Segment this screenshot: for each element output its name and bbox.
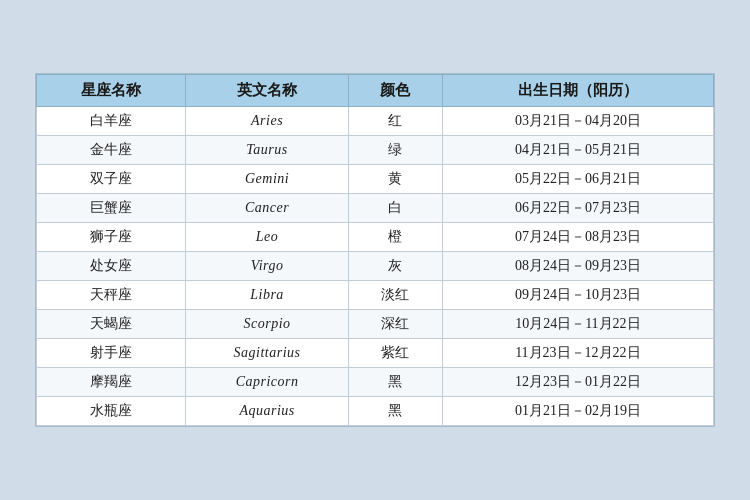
cell-date: 12月23日－01月22日 [442, 368, 713, 397]
zodiac-table: 星座名称 英文名称 颜色 出生日期（阳历） 白羊座Aries红03月21日－04… [36, 74, 714, 426]
cell-color: 黑 [348, 397, 442, 426]
header-english-name: 英文名称 [186, 75, 348, 107]
header-date: 出生日期（阳历） [442, 75, 713, 107]
cell-color: 深红 [348, 310, 442, 339]
table-row: 双子座Gemini黄05月22日－06月21日 [37, 165, 714, 194]
table-row: 水瓶座Aquarius黑01月21日－02月19日 [37, 397, 714, 426]
cell-chinese-name: 摩羯座 [37, 368, 186, 397]
cell-color: 绿 [348, 136, 442, 165]
cell-color: 灰 [348, 252, 442, 281]
table-row: 白羊座Aries红03月21日－04月20日 [37, 107, 714, 136]
cell-date: 10月24日－11月22日 [442, 310, 713, 339]
cell-chinese-name: 水瓶座 [37, 397, 186, 426]
cell-color: 橙 [348, 223, 442, 252]
table-row: 巨蟹座Cancer白06月22日－07月23日 [37, 194, 714, 223]
cell-date: 11月23日－12月22日 [442, 339, 713, 368]
cell-english-name: Libra [186, 281, 348, 310]
table-row: 射手座Sagittarius紫红11月23日－12月22日 [37, 339, 714, 368]
cell-date: 08月24日－09月23日 [442, 252, 713, 281]
zodiac-table-wrapper: 星座名称 英文名称 颜色 出生日期（阳历） 白羊座Aries红03月21日－04… [35, 73, 715, 427]
table-row: 天蝎座Scorpio深红10月24日－11月22日 [37, 310, 714, 339]
cell-color: 红 [348, 107, 442, 136]
cell-date: 05月22日－06月21日 [442, 165, 713, 194]
cell-chinese-name: 双子座 [37, 165, 186, 194]
cell-english-name: Aquarius [186, 397, 348, 426]
cell-english-name: Cancer [186, 194, 348, 223]
cell-color: 黄 [348, 165, 442, 194]
cell-chinese-name: 金牛座 [37, 136, 186, 165]
table-body: 白羊座Aries红03月21日－04月20日金牛座Taurus绿04月21日－0… [37, 107, 714, 426]
cell-color: 黑 [348, 368, 442, 397]
cell-date: 03月21日－04月20日 [442, 107, 713, 136]
cell-chinese-name: 射手座 [37, 339, 186, 368]
cell-english-name: Scorpio [186, 310, 348, 339]
table-header-row: 星座名称 英文名称 颜色 出生日期（阳历） [37, 75, 714, 107]
cell-english-name: Leo [186, 223, 348, 252]
cell-chinese-name: 处女座 [37, 252, 186, 281]
cell-chinese-name: 天蝎座 [37, 310, 186, 339]
header-color: 颜色 [348, 75, 442, 107]
cell-english-name: Gemini [186, 165, 348, 194]
cell-date: 04月21日－05月21日 [442, 136, 713, 165]
cell-chinese-name: 狮子座 [37, 223, 186, 252]
cell-english-name: Taurus [186, 136, 348, 165]
cell-date: 09月24日－10月23日 [442, 281, 713, 310]
cell-english-name: Virgo [186, 252, 348, 281]
cell-chinese-name: 天秤座 [37, 281, 186, 310]
cell-color: 淡红 [348, 281, 442, 310]
cell-date: 06月22日－07月23日 [442, 194, 713, 223]
table-row: 天秤座Libra淡红09月24日－10月23日 [37, 281, 714, 310]
cell-english-name: Aries [186, 107, 348, 136]
table-row: 摩羯座Capricorn黑12月23日－01月22日 [37, 368, 714, 397]
table-row: 处女座Virgo灰08月24日－09月23日 [37, 252, 714, 281]
table-row: 狮子座Leo橙07月24日－08月23日 [37, 223, 714, 252]
cell-color: 白 [348, 194, 442, 223]
cell-english-name: Sagittarius [186, 339, 348, 368]
cell-english-name: Capricorn [186, 368, 348, 397]
header-chinese-name: 星座名称 [37, 75, 186, 107]
cell-date: 01月21日－02月19日 [442, 397, 713, 426]
cell-chinese-name: 巨蟹座 [37, 194, 186, 223]
cell-color: 紫红 [348, 339, 442, 368]
table-row: 金牛座Taurus绿04月21日－05月21日 [37, 136, 714, 165]
cell-date: 07月24日－08月23日 [442, 223, 713, 252]
cell-chinese-name: 白羊座 [37, 107, 186, 136]
